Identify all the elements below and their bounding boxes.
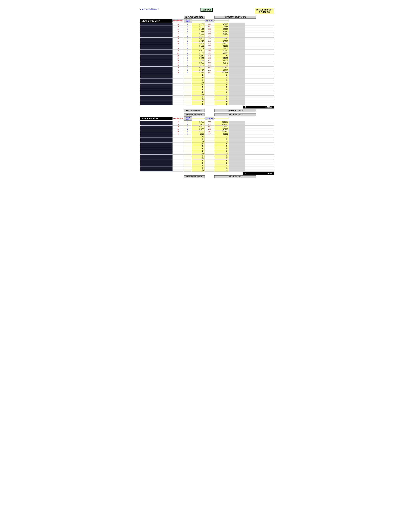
conversion-header-2: CONVERSION (172, 117, 184, 120)
item-name (140, 76, 172, 78)
total-cell: $ - (214, 76, 229, 78)
item-name (140, 42, 172, 45)
conv-cell (172, 167, 184, 169)
item-name (140, 86, 172, 88)
count-no-cell: 3.0 (205, 133, 214, 135)
gray-cell (229, 150, 245, 152)
count-no-cell: 2.0 (205, 38, 214, 40)
total-cell: $ - (214, 91, 229, 93)
price-cell: $ - (192, 164, 205, 167)
conv-cell: lb (172, 55, 184, 57)
conv-cell (172, 169, 184, 171)
total-header-1 (214, 20, 229, 21)
gray-cell (229, 130, 245, 133)
price-cell: $ - (192, 145, 205, 147)
gray-cell (229, 155, 245, 157)
website-link[interactable]: www.rrgconsulting.com (140, 8, 159, 10)
price-cell: $ - (192, 150, 205, 152)
fish-row-20: $ - $ - (140, 169, 274, 171)
fish-row-17: $ - $ - (140, 162, 274, 164)
meat-row-23: $ - $ - (140, 79, 274, 81)
gray-cell (229, 71, 245, 74)
conv-cell (172, 164, 184, 167)
total-cell: $ 51.80 (214, 23, 229, 25)
meat-row-21: $ - $ - (140, 74, 274, 76)
count-unit-cell (184, 157, 192, 159)
fish-row-3: lb lb $ 6.00 14.0 $ 84.00 (140, 128, 274, 130)
total-cell: $ 202.65 (214, 71, 229, 74)
price-cell: $ - (192, 86, 205, 88)
gray-cell (229, 86, 245, 88)
gray-cell (229, 30, 245, 33)
total-cell: $ 36.00 (214, 133, 229, 135)
purchasing-units-top-label: PURCHASING UNITS (184, 114, 205, 116)
gray-cell (229, 45, 245, 47)
gray-cell (229, 157, 245, 159)
conv-cell (172, 155, 184, 157)
count-unit-cell: lb (184, 66, 192, 69)
price-cell: $ 2.59 (192, 23, 205, 25)
count-unit-cell: lb (184, 52, 192, 54)
total-cell: $ - (214, 64, 229, 66)
meat-row-18: lb lb $ 1.79 13.0 $ 23.27 (140, 66, 274, 69)
count-no-cell (205, 142, 214, 145)
count-unit-cell (184, 100, 192, 103)
meat-row-11: lb lb $ 3.95 23.0 $ 90.85 (140, 50, 274, 52)
fish-row-1: lb lb $ 14.00 8.0 $ 112.00 (140, 123, 274, 126)
count-no-cell (205, 135, 214, 138)
total-cell: $ 72.67 (214, 33, 229, 35)
count-no-cell (205, 98, 214, 100)
gray-cell (229, 28, 245, 30)
price-cell: $ - (192, 103, 205, 105)
count-no-cell: 0.0 (205, 64, 214, 66)
conv-cell: lb (172, 126, 184, 128)
gray-cell (229, 138, 245, 140)
gray-cell (229, 152, 245, 154)
total-cell: $ - (214, 147, 229, 150)
item-name (140, 50, 172, 52)
conv-cell: lb (172, 133, 184, 135)
price-cell: $ - (192, 79, 205, 81)
fish-row-15: $ - $ - (140, 157, 274, 160)
count-unit-cell: lb (184, 23, 192, 25)
item-name (140, 69, 172, 71)
count-no-cell: 5.0 (205, 42, 214, 45)
price-cell: $ 1.69 (192, 35, 205, 38)
total-cell: $ - (214, 95, 229, 98)
count-unit-cell (184, 140, 192, 142)
item-name (140, 169, 172, 171)
count-unit-cell (184, 145, 192, 147)
total-cell: $ - (214, 150, 229, 152)
gray-cell (229, 95, 245, 98)
price-cell: $ 0.89 (192, 62, 205, 64)
gray-cell (229, 103, 245, 105)
count-no-cell (205, 145, 214, 147)
item-name (140, 40, 172, 42)
as-purchased-label: AS PURCHASED UNITS (184, 16, 205, 19)
gray-cell (229, 133, 245, 135)
count-unit-cell: lb (184, 28, 192, 30)
gray-cell (229, 57, 245, 59)
total-cell: $ 23.27 (214, 66, 229, 69)
price-cell: $ 3.95 (192, 50, 205, 52)
price-cell: $ - (192, 138, 205, 140)
total-cell: $ - (214, 157, 229, 159)
price-cell: $ - (192, 88, 205, 91)
meat-row-13: lb lb $ 2.50 0.0 $ - (140, 55, 274, 57)
count-unit-cell (184, 155, 192, 157)
meat-row-0: lb lb $ 2.59 20.0 $ 51.80 (140, 23, 274, 26)
count-no-cell (205, 95, 214, 98)
price-cell: $ - (192, 157, 205, 159)
count-unit-cell: lb (184, 38, 192, 40)
price-cell: $ 8.00 (192, 121, 205, 123)
meat-row-10: lb lb $ 1.89 2.0 $ 3.78 (140, 47, 274, 50)
total-cell: $ - (214, 138, 229, 140)
fish-section-total-row: $ 610.00 (140, 172, 274, 175)
item-name (140, 30, 172, 33)
price-cell: $ 12.00 (192, 133, 205, 135)
count-no-cell: 0.0 (205, 35, 214, 38)
purchasing-units-bottom-label: PURCHASING UNITS (184, 175, 205, 178)
gray-cell (229, 128, 245, 130)
total-cell: $ 3.78 (214, 47, 229, 49)
conv-cell: lb (172, 30, 184, 33)
